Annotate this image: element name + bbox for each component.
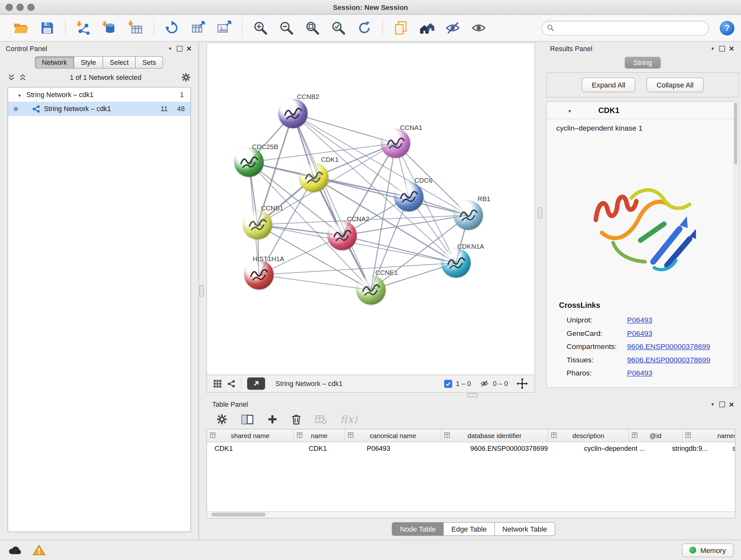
panel-menu-icon[interactable] (708, 44, 718, 53)
tab-network[interactable]: Network (35, 56, 74, 69)
grid-view-button[interactable] (213, 380, 221, 388)
float-panel-icon[interactable] (175, 44, 185, 53)
export-image-button[interactable] (213, 17, 235, 39)
close-panel-icon[interactable] (185, 44, 194, 53)
network-node-CDC25B[interactable] (234, 147, 264, 177)
network-canvas[interactable]: CCNB2CCNA1CDC25BCDK1CDC6RB1CCNB1CCNA2CDK… (206, 43, 535, 375)
hide-selected-button[interactable] (442, 17, 464, 39)
clone-network-button[interactable] (161, 17, 183, 39)
table-panel-splitter[interactable] (204, 393, 741, 397)
table-cell[interactable]: 9606.ENSP00000378699 (463, 445, 577, 452)
selected-checkbox[interactable] (444, 380, 452, 388)
network-edge[interactable] (314, 178, 468, 215)
zoom-in-button[interactable] (250, 17, 271, 39)
tree-expander-icon[interactable] (17, 91, 22, 98)
column-header-canonical-name[interactable]: canonical name (345, 429, 441, 442)
collapse-all-button[interactable]: Collapse All (647, 78, 703, 92)
network-edge[interactable] (342, 236, 456, 263)
panel-menu-icon[interactable] (708, 400, 718, 409)
zoom-selected-button[interactable] (327, 17, 349, 39)
network-node-CCNE1[interactable] (356, 275, 386, 305)
crosslink-link[interactable]: P06493 (627, 329, 652, 338)
close-panel-icon[interactable] (727, 400, 737, 409)
pan-move-button[interactable] (517, 378, 528, 389)
results-scrollbar[interactable] (733, 103, 738, 386)
network-node-CDKN1A[interactable] (441, 248, 471, 278)
tab-node-table[interactable]: Node Table (392, 522, 444, 536)
column-header-description[interactable]: description (548, 429, 629, 442)
duplicate-document-button[interactable] (390, 17, 412, 39)
export-table-button[interactable] (187, 17, 209, 39)
refresh-view-button[interactable] (354, 17, 375, 39)
help-button[interactable]: ? (720, 20, 734, 35)
zoom-window-button[interactable] (27, 3, 35, 10)
zoom-out-button[interactable] (275, 17, 297, 39)
import-network-file-button[interactable] (73, 17, 94, 39)
column-header-database-identifier[interactable]: database identifier (441, 429, 548, 442)
network-node-CDK1[interactable] (299, 163, 328, 192)
network-row[interactable]: String Network – cdk1 11 48 (8, 102, 191, 116)
network-node-CCNB1[interactable] (243, 210, 272, 240)
crosslink-link[interactable]: P06493 (627, 369, 652, 378)
tab-string[interactable]: String (625, 57, 660, 69)
save-session-button[interactable] (37, 17, 58, 39)
cloud-status-button[interactable] (8, 545, 22, 556)
table-row[interactable]: CDK1CDK1P064939606.ENSP00000378699cyclin… (207, 442, 735, 455)
network-collection-row[interactable]: String Network – cdk1 1 (8, 87, 191, 102)
warnings-button[interactable] (32, 544, 45, 556)
column-header--id[interactable]: @id (629, 429, 682, 442)
table-cell[interactable]: stringdb (725, 445, 736, 452)
neighbors-button[interactable] (416, 17, 437, 39)
tab-edge-table[interactable]: Edge Table (443, 522, 495, 536)
crosslink-link[interactable]: 9606.ENSP00000378699 (627, 356, 710, 364)
overview-toggle-button[interactable] (227, 380, 235, 388)
show-all-button[interactable] (468, 17, 489, 39)
column-header-namespace[interactable]: namespace (682, 429, 735, 442)
network-node-CCNA1[interactable] (381, 129, 410, 158)
float-panel-icon[interactable] (718, 44, 727, 53)
column-header-shared-name[interactable]: shared name (207, 429, 294, 442)
gene-expander-icon[interactable] (568, 106, 572, 115)
table-settings-button[interactable] (216, 414, 228, 425)
network-edge[interactable] (293, 114, 371, 290)
table-cell[interactable]: stringdb:9... (664, 445, 725, 452)
table-cell[interactable]: CDK1 (301, 445, 359, 452)
panel-menu-icon[interactable] (165, 44, 175, 53)
tab-select[interactable]: Select (103, 56, 136, 69)
network-edge[interactable] (259, 275, 371, 290)
table-cell[interactable]: P06493 (359, 445, 462, 452)
search-input[interactable] (557, 23, 704, 32)
table-cell[interactable]: CDK1 (207, 445, 301, 452)
close-panel-icon[interactable] (727, 44, 737, 53)
network-node-CCNA2[interactable] (327, 221, 357, 250)
network-edge[interactable] (293, 114, 395, 143)
control-panel-splitter[interactable] (199, 42, 204, 540)
float-panel-icon[interactable] (718, 400, 727, 409)
column-header-name[interactable]: name (294, 429, 345, 442)
table-horizontal-scrollbar[interactable] (207, 511, 735, 518)
network-node-CDC6[interactable] (394, 182, 423, 211)
tab-network-table[interactable]: Network Table (494, 522, 555, 536)
table-cell[interactable]: cyclin–dependent ... (577, 445, 664, 452)
network-options-gear-button[interactable] (181, 72, 191, 82)
import-table-button[interactable] (125, 17, 146, 39)
open-session-button[interactable] (10, 17, 32, 39)
tab-sets[interactable]: Sets (135, 56, 163, 69)
expand-all-networks-icon[interactable] (19, 74, 26, 81)
open-in-new-window-button[interactable] (247, 377, 265, 390)
import-network-database-button[interactable] (98, 17, 120, 39)
crosslink-link[interactable]: P06493 (627, 316, 652, 325)
delete-column-button[interactable] (291, 414, 301, 425)
memory-button[interactable]: Memory (682, 543, 734, 557)
network-node-RB1[interactable] (454, 200, 483, 230)
crosslink-link[interactable]: 9606.ENSP00000378699 (627, 343, 710, 351)
network-node-CCNB2[interactable] (278, 99, 308, 128)
network-node-HIST1H1A[interactable] (245, 260, 274, 290)
results-splitter[interactable] (535, 42, 544, 392)
close-window-button[interactable] (6, 3, 13, 10)
show-columns-button[interactable] (241, 414, 254, 425)
add-column-button[interactable] (267, 414, 278, 425)
expand-all-button[interactable]: Expand All (582, 78, 635, 92)
minimize-window-button[interactable] (17, 3, 23, 10)
zoom-fit-button[interactable] (301, 17, 323, 39)
